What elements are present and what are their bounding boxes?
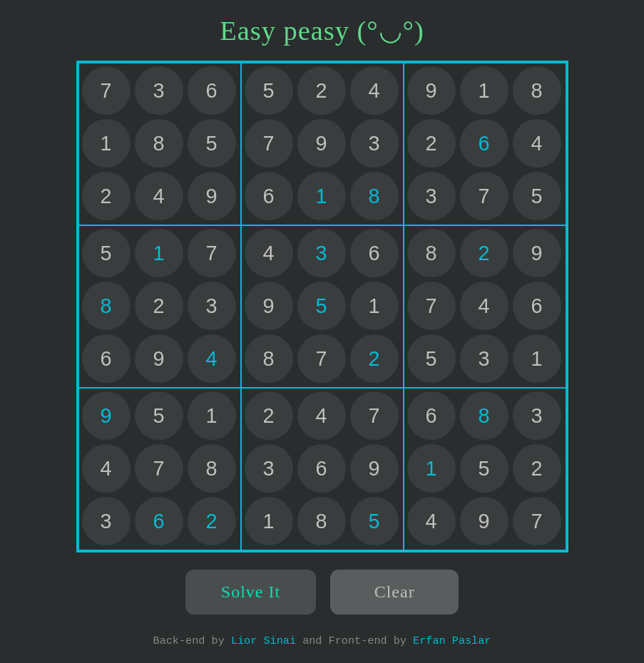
cell-3-0[interactable]: 5 xyxy=(82,229,131,277)
cell-8-7[interactable]: 9 xyxy=(460,497,508,545)
cell-3-4[interactable]: 3 xyxy=(297,229,346,277)
box-7: 247369185 xyxy=(241,388,404,551)
cell-1-0[interactable]: 1 xyxy=(82,119,131,168)
box-5: 829746531 xyxy=(404,225,567,388)
cell-1-6[interactable]: 2 xyxy=(407,119,456,168)
cell-2-5[interactable]: 8 xyxy=(350,172,399,220)
cell-7-6[interactable]: 1 xyxy=(407,444,456,493)
box-0: 736185249 xyxy=(78,62,241,225)
box-4: 436951872 xyxy=(241,225,404,388)
cell-5-4[interactable]: 7 xyxy=(297,334,346,383)
cell-3-6[interactable]: 8 xyxy=(407,229,456,277)
cell-1-4[interactable]: 9 xyxy=(297,119,346,168)
cell-0-8[interactable]: 8 xyxy=(513,66,561,115)
cell-5-5[interactable]: 2 xyxy=(350,334,399,383)
cell-8-3[interactable]: 1 xyxy=(245,497,293,545)
cell-8-5[interactable]: 5 xyxy=(350,497,399,545)
cell-6-3[interactable]: 2 xyxy=(245,391,293,440)
cell-5-2[interactable]: 4 xyxy=(188,334,236,383)
cell-3-7[interactable]: 2 xyxy=(460,229,508,277)
cell-7-7[interactable]: 5 xyxy=(460,444,508,493)
cell-5-1[interactable]: 9 xyxy=(135,334,183,383)
cell-6-0[interactable]: 9 xyxy=(82,391,131,440)
cell-4-8[interactable]: 6 xyxy=(513,282,561,330)
cell-2-3[interactable]: 6 xyxy=(245,172,293,220)
footer-text-before: Back-end by xyxy=(153,634,231,647)
cell-7-1[interactable]: 7 xyxy=(135,444,183,493)
cell-3-8[interactable]: 9 xyxy=(513,229,561,277)
cell-2-1[interactable]: 4 xyxy=(135,172,183,220)
cell-2-2[interactable]: 9 xyxy=(188,172,236,220)
page-title: Easy peasy (°◡°) xyxy=(220,14,424,46)
clear-button[interactable]: Clear xyxy=(330,570,459,615)
cell-5-6[interactable]: 5 xyxy=(407,334,456,383)
cell-6-6[interactable]: 6 xyxy=(407,391,456,440)
cell-0-6[interactable]: 9 xyxy=(407,66,456,115)
box-3: 517823694 xyxy=(78,225,241,388)
cell-0-4[interactable]: 2 xyxy=(297,66,346,115)
cell-8-2[interactable]: 2 xyxy=(188,497,236,545)
sudoku-grid: 7361852495247936189182643755178236944369… xyxy=(76,61,568,552)
cell-1-3[interactable]: 7 xyxy=(245,119,293,168)
sudoku-wrapper: 7361852495247936189182643755178236944369… xyxy=(76,61,568,552)
cell-0-7[interactable]: 1 xyxy=(460,66,508,115)
cell-7-0[interactable]: 4 xyxy=(82,444,131,493)
cell-4-2[interactable]: 3 xyxy=(188,282,236,330)
cell-1-5[interactable]: 3 xyxy=(350,119,399,168)
cell-5-7[interactable]: 3 xyxy=(460,334,508,383)
cell-3-1[interactable]: 1 xyxy=(135,229,183,277)
cell-7-2[interactable]: 8 xyxy=(188,444,236,493)
box-6: 951478362 xyxy=(78,388,241,551)
cell-0-0[interactable]: 7 xyxy=(82,66,131,115)
cell-1-7[interactable]: 6 xyxy=(460,119,508,168)
cell-4-0[interactable]: 8 xyxy=(82,282,131,330)
cell-0-3[interactable]: 5 xyxy=(245,66,293,115)
cell-3-5[interactable]: 6 xyxy=(350,229,399,277)
cell-2-4[interactable]: 1 xyxy=(297,172,346,220)
cell-5-8[interactable]: 1 xyxy=(513,334,561,383)
cell-8-4[interactable]: 8 xyxy=(297,497,346,545)
cell-8-6[interactable]: 4 xyxy=(407,497,456,545)
cell-1-8[interactable]: 4 xyxy=(513,119,561,168)
cell-0-5[interactable]: 4 xyxy=(350,66,399,115)
cell-7-5[interactable]: 9 xyxy=(350,444,399,493)
cell-4-3[interactable]: 9 xyxy=(245,282,293,330)
cell-2-8[interactable]: 5 xyxy=(513,172,561,220)
cell-3-2[interactable]: 7 xyxy=(188,229,236,277)
cell-5-3[interactable]: 8 xyxy=(245,334,293,383)
footer-text-middle: and Front-end by xyxy=(296,634,413,647)
box-8: 683152497 xyxy=(404,388,567,551)
box-1: 524793618 xyxy=(241,62,404,225)
cell-4-5[interactable]: 1 xyxy=(350,282,399,330)
cell-0-2[interactable]: 6 xyxy=(188,66,236,115)
cell-2-6[interactable]: 3 xyxy=(407,172,456,220)
cell-2-7[interactable]: 7 xyxy=(460,172,508,220)
footer-author2: Erfan Paslar xyxy=(413,634,491,647)
cell-1-2[interactable]: 5 xyxy=(188,119,236,168)
cell-8-8[interactable]: 7 xyxy=(513,497,561,545)
cell-5-0[interactable]: 6 xyxy=(82,334,131,383)
cell-4-7[interactable]: 4 xyxy=(460,282,508,330)
cell-8-0[interactable]: 3 xyxy=(82,497,131,545)
cell-3-3[interactable]: 4 xyxy=(245,229,293,277)
cell-7-8[interactable]: 2 xyxy=(513,444,561,493)
cell-7-4[interactable]: 6 xyxy=(297,444,346,493)
cell-2-0[interactable]: 2 xyxy=(82,172,131,220)
cell-4-4[interactable]: 5 xyxy=(297,282,346,330)
footer-author1: Lior Sinai xyxy=(231,634,296,647)
solve-button[interactable]: Solve It xyxy=(185,570,316,615)
buttons-row: Solve It Clear xyxy=(185,570,459,615)
cell-4-6[interactable]: 7 xyxy=(407,282,456,330)
cell-6-8[interactable]: 3 xyxy=(513,391,561,440)
cell-4-1[interactable]: 2 xyxy=(135,282,183,330)
cell-0-1[interactable]: 3 xyxy=(135,66,183,115)
cell-8-1[interactable]: 6 xyxy=(135,497,183,545)
footer: Back-end by Lior Sinai and Front-end by … xyxy=(153,634,491,647)
cell-6-1[interactable]: 5 xyxy=(135,391,183,440)
cell-6-7[interactable]: 8 xyxy=(460,391,508,440)
cell-1-1[interactable]: 8 xyxy=(135,119,183,168)
cell-6-5[interactable]: 7 xyxy=(350,391,399,440)
cell-7-3[interactable]: 3 xyxy=(245,444,293,493)
cell-6-2[interactable]: 1 xyxy=(188,391,236,440)
cell-6-4[interactable]: 4 xyxy=(297,391,346,440)
